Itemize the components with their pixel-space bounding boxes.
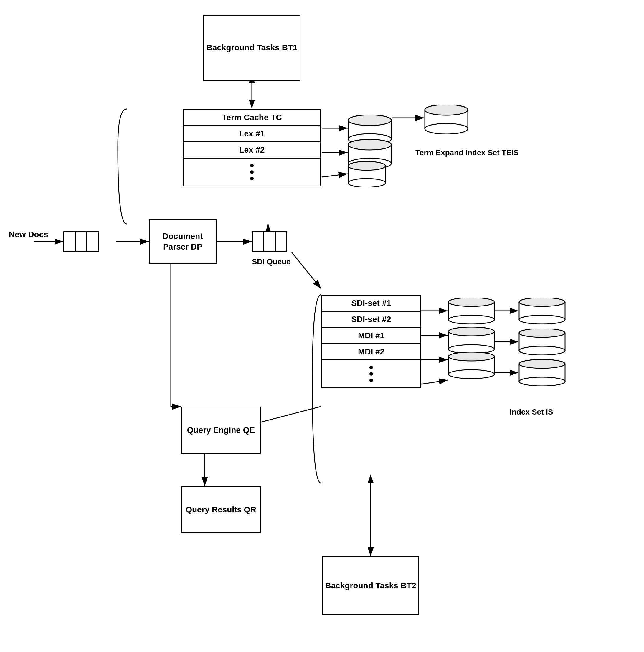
svg-point-37 [348, 139, 391, 150]
mdi1-row: MDI #1 [322, 328, 421, 344]
lex1-row: Lex #1 [184, 126, 320, 142]
sdi-queue [252, 231, 286, 252]
cylinder-is3 [518, 359, 566, 386]
lex-dots [184, 159, 320, 186]
cylinder-lex2 [348, 161, 386, 187]
svg-point-79 [519, 328, 565, 337]
queue-cell-3 [86, 231, 99, 252]
query-engine-qe-box: Query Engine QE [181, 407, 261, 454]
lex2-row: Lex #2 [184, 142, 320, 159]
svg-point-42 [425, 124, 468, 134]
background-tasks-bt2-box: Background Tasks BT2 [322, 556, 419, 615]
svg-point-84 [519, 377, 565, 386]
svg-point-78 [519, 346, 565, 355]
sdi-queue-cell-2 [263, 231, 276, 252]
background-tasks-bt1-box: Background Tasks BT1 [203, 15, 300, 81]
cylinder-sdi2 [448, 327, 495, 354]
svg-point-73 [519, 298, 565, 306]
background-tasks-bt2-label: Background Tasks BT2 [325, 580, 416, 591]
svg-line-6 [322, 174, 348, 177]
sdi-queue-label: SDI Queue [252, 256, 291, 267]
svg-line-12 [292, 252, 321, 289]
cylinder-is2 [518, 328, 566, 355]
svg-point-66 [448, 370, 494, 379]
svg-point-61 [448, 327, 494, 336]
new-docs-label: New Docs [9, 230, 48, 239]
mdi2-row: MDI #2 [322, 344, 421, 360]
queue-cell-1 [63, 231, 76, 252]
index-set-label: Index Set IS [510, 407, 553, 417]
svg-point-67 [448, 352, 494, 361]
queue-cell-2 [75, 231, 87, 252]
query-results-qr-label: Query Results QR [186, 505, 256, 515]
svg-point-72 [519, 315, 565, 324]
cylinder-mdi1 [448, 352, 495, 379]
svg-point-54 [448, 315, 494, 324]
svg-point-85 [519, 359, 565, 368]
index-set-stack: SDI-set #1 SDI-set #2 MDI #1 MDI #2 [321, 295, 421, 388]
svg-point-55 [448, 298, 494, 306]
svg-point-43 [425, 105, 468, 115]
index-dots [322, 360, 421, 387]
term-cache-tc-row: Term Cache TC [184, 110, 320, 126]
sdi-set1-row: SDI-set #1 [322, 296, 421, 312]
cylinder-is1 [518, 298, 566, 324]
svg-point-48 [348, 179, 385, 187]
diagram: Background Tasks BT1 Term Cache TC Lex #… [0, 0, 644, 652]
svg-line-20 [421, 380, 448, 384]
background-tasks-bt1-label: Background Tasks BT1 [206, 43, 297, 53]
term-cache-stack: Term Cache TC Lex #1 Lex #2 [183, 109, 321, 187]
sdi-set2-row: SDI-set #2 [322, 312, 421, 328]
query-results-qr-box: Query Results QR [181, 486, 261, 533]
query-engine-qe-label: Query Engine QE [187, 425, 255, 435]
term-expand-label: Term Expand Index Set TEIS [415, 147, 519, 158]
document-parser-dp-label: Document Parser DP [150, 231, 216, 252]
sdi-queue-cell-3 [275, 231, 287, 252]
input-queue [63, 231, 98, 252]
svg-point-31 [348, 115, 391, 126]
cylinder-teis [424, 105, 468, 134]
svg-point-49 [348, 161, 385, 170]
sdi-queue-cell-1 [252, 231, 264, 252]
document-parser-dp-box: Document Parser DP [149, 219, 217, 264]
cylinder-sdi1 [448, 298, 495, 324]
